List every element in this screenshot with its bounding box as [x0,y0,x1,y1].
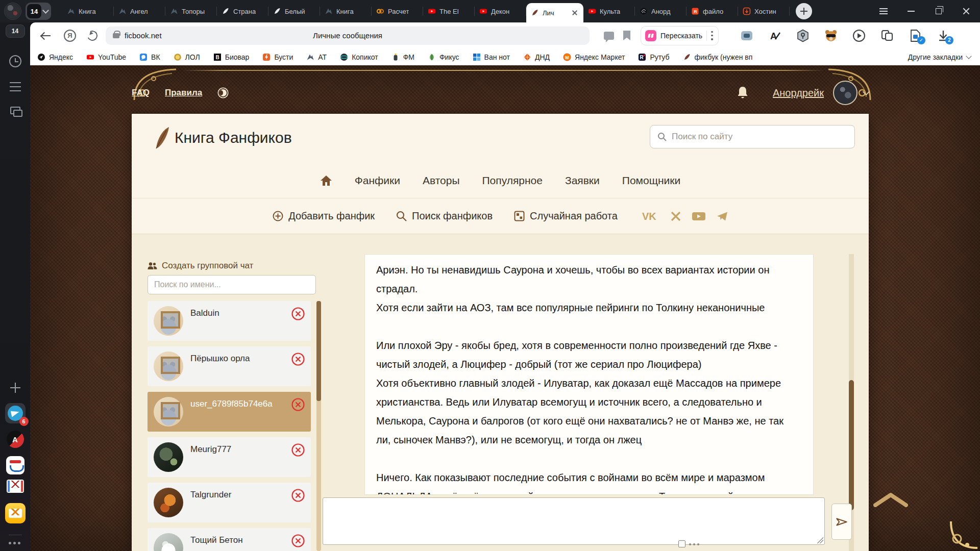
delete-chat-icon[interactable] [291,307,305,320]
bookmark-item[interactable]: Ван нот [473,53,510,61]
downloads-icon[interactable]: 2 [937,29,950,42]
chat-item-selected[interactable]: user_6789f85b74e6a [148,392,311,432]
browser-tab[interactable]: Культа [583,0,635,22]
bookmark-item[interactable]: ФМ [391,53,414,61]
minimize-button[interactable] [897,0,925,22]
sidebar-more-button[interactable] [9,542,22,545]
theme-toggle-icon[interactable] [217,87,229,98]
telegram-icon[interactable]: 6 [5,403,26,423]
browser-tab-active[interactable]: Лич [526,3,583,22]
bookmark-item[interactable]: RРутуб [638,53,669,61]
browser-tab[interactable]: Страна [217,0,268,22]
browser-tab[interactable]: Декон [475,0,526,22]
chat-item[interactable]: Пёрышко орла [148,346,311,386]
image-doc-extension-icon[interactable]: ✓ [909,29,922,42]
kebab-menu-icon[interactable] [711,31,713,40]
telegram-icon[interactable] [717,211,728,221]
username-link[interactable]: Анордрейк [773,87,824,99]
message-textarea[interactable] [323,497,825,545]
resize-handle[interactable] [817,537,823,543]
nav-link-4[interactable]: Заявки [565,174,600,187]
plus-circle-action-link[interactable]: Добавить фанфик [273,210,375,222]
tab-counter[interactable]: 14 [26,3,51,20]
copy-pages-extension-icon[interactable] [880,29,894,42]
delete-chat-icon[interactable] [291,398,305,411]
new-tab-button[interactable] [796,3,812,19]
message-options-checkbox[interactable] [678,540,685,547]
nav-link-5[interactable]: Помощники [622,174,680,187]
browser-tab[interactable]: Хостин [738,0,790,22]
home-icon[interactable] [320,175,332,186]
bookmark-item[interactable]: ЛОЛ [174,53,200,61]
chat-item[interactable]: Balduin [148,301,311,341]
bookmark-item[interactable]: Копикот [340,53,378,61]
retell-button[interactable]: Пересказать [641,26,719,45]
bookmark-item[interactable]: Бусти [262,53,293,61]
comments-icon[interactable] [604,32,614,40]
reload-button[interactable] [86,29,99,42]
browser-tab[interactable]: Книга [62,0,114,22]
faq-link[interactable]: FAQ [132,88,150,98]
browser-tab[interactable]: Яфайло [687,0,738,22]
gosuslugi-icon[interactable] [6,456,24,474]
rules-link[interactable]: Правила [165,88,202,98]
bookmark-item[interactable]: MЯндекс Маркет [563,53,625,61]
vk-icon[interactable]: VK [642,211,659,222]
bookmark-item[interactable]: Фикус [428,53,459,61]
tab-close-icon[interactable] [571,9,579,17]
sidebar-add-icon[interactable] [10,383,20,393]
yandex-mail-icon[interactable] [5,503,26,523]
translator-icon[interactable]: A [7,431,24,448]
bookmark-item[interactable]: YouTube [86,53,126,61]
ficbook-feather-logo[interactable] [153,125,170,151]
bookmark-item[interactable]: фикбук (нужен вп [683,53,753,61]
browser-menu-button[interactable] [870,0,897,22]
youtube-icon[interactable] [692,211,705,221]
chat-name-search-input[interactable]: Поиск по имени... [148,275,316,294]
site-search-input[interactable]: Поиск по сайту [650,125,855,148]
x-icon[interactable] [671,211,681,221]
delete-chat-icon[interactable] [291,489,305,502]
close-button[interactable] [952,0,980,22]
send-message-button[interactable] [831,504,852,540]
sidebar-tabs-panel-button[interactable]: 14 [6,24,25,38]
history-icon[interactable] [9,55,21,67]
nav-link-1[interactable]: Фанфики [355,174,400,187]
robot-extension-icon[interactable] [740,29,753,42]
nav-link-2[interactable]: Авторы [423,174,460,187]
browser-tab[interactable]: Анорд [635,0,687,22]
address-bar[interactable]: ficbook.net Личные сообщения [106,27,590,45]
delete-chat-icon[interactable] [291,353,305,366]
thread-scrollbar-thumb[interactable] [849,380,854,510]
bookmark-item[interactable]: АТ [306,53,327,61]
random-action-link[interactable]: Случайная работа [514,210,618,222]
browser-tab[interactable]: Книга [320,0,372,22]
browser-profile-icon[interactable] [4,3,21,20]
chat-item[interactable]: Talgrunder [148,483,311,522]
windows-icon[interactable] [10,107,20,114]
restore-button[interactable] [925,0,952,22]
delete-chat-icon[interactable] [291,443,305,457]
play-circle-extension-icon[interactable] [852,29,866,42]
yandex-button[interactable]: Я [64,30,76,42]
create-group-chat-button[interactable]: Создать групповой чат [148,261,253,271]
browser-tab[interactable]: The El [423,0,475,22]
bookmark-item[interactable]: ДНД [523,53,550,61]
user-avatar[interactable] [833,81,857,105]
chat-list-scrollbar-thumb[interactable] [316,301,321,401]
bookmark-flag-icon[interactable] [623,31,630,40]
notifications-bell-icon[interactable] [736,86,749,100]
text-edit-extension-icon[interactable]: A [768,29,781,42]
scroll-to-top-button[interactable] [873,492,908,507]
gmail-icon[interactable] [7,480,24,493]
browser-tab[interactable]: Расчет [372,0,423,22]
other-bookmarks-button[interactable]: Другие закладки [908,53,971,61]
bookmark-item[interactable]: ВК [139,53,160,61]
browser-tab[interactable]: Белый [268,0,320,22]
delete-chat-icon[interactable] [291,534,305,547]
bookmark-item[interactable]: BБиовар [213,53,250,61]
browser-tab[interactable]: Ангел [114,0,165,22]
search-action-link[interactable]: Поиск фанфиков [396,210,493,222]
site-title[interactable]: Книга Фанфиков [175,129,292,146]
account-chevron-icon[interactable] [863,88,870,95]
